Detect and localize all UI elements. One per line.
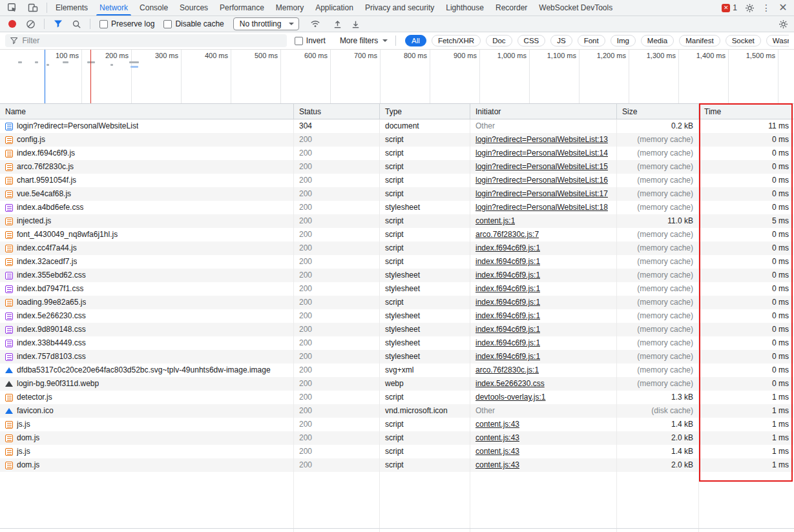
filter-pill-css[interactable]: CSS <box>517 35 546 46</box>
request-row[interactable]: index.757d8103.css 200 stylesheet index.… <box>0 350 794 363</box>
more-options-kebab-icon[interactable]: ⋮ <box>759 1 773 15</box>
initiator-link[interactable]: devtools-overlay.js:1 <box>475 391 546 404</box>
initiator-link[interactable]: content.js:43 <box>475 445 519 458</box>
filter-pill-all[interactable]: All <box>405 35 426 46</box>
request-row[interactable]: chart.9591054f.js 200 script login?redir… <box>0 174 794 187</box>
request-row[interactable]: dfdba5317c0c20ce20e64fac803d52bc.svg~tpl… <box>0 363 794 377</box>
column-header-name[interactable]: Name <box>0 104 294 119</box>
column-header-status[interactable]: Status <box>294 104 380 119</box>
more-filters-button[interactable]: More filters <box>340 36 388 45</box>
tab-memory[interactable]: Memory <box>270 0 309 15</box>
tab-performance[interactable]: Performance <box>214 0 270 15</box>
export-har-icon[interactable] <box>348 17 362 31</box>
clear-network-log-button[interactable] <box>23 17 37 31</box>
initiator-link[interactable]: content.js:43 <box>475 418 519 431</box>
initiator-link[interactable]: content.js:43 <box>475 458 519 472</box>
filter-pill-img[interactable]: Img <box>611 35 636 46</box>
initiator-link[interactable]: arco.76f2830c.js:7 <box>475 228 539 241</box>
initiator-link[interactable]: index.f694c6f9.js:1 <box>475 282 540 296</box>
record-network-log-button[interactable] <box>5 17 19 31</box>
initiator-link[interactable]: index.5e266230.css <box>475 377 545 391</box>
column-header-initiator[interactable]: Initiator <box>470 104 617 119</box>
tab-lighthouse[interactable]: Lighthouse <box>440 0 490 15</box>
column-header-size[interactable]: Size <box>617 104 699 119</box>
initiator-link[interactable]: login?redirect=PersonalWebsiteList:17 <box>475 187 608 201</box>
request-row[interactable]: config.js 200 script login?redirect=Pers… <box>0 133 794 147</box>
tab-sources[interactable]: Sources <box>174 0 214 15</box>
filter-pill-media[interactable]: Media <box>641 35 674 46</box>
tab-network[interactable]: Network <box>94 0 134 15</box>
initiator-link[interactable]: index.f694c6f9.js:1 <box>475 241 540 255</box>
network-overview[interactable]: 100 ms200 ms300 ms400 ms500 ms600 ms700 … <box>0 50 794 104</box>
request-row[interactable]: js.js 200 script content.js:43 1.4 kB 1 … <box>0 418 794 431</box>
initiator-link[interactable]: login?redirect=PersonalWebsiteList:14 <box>475 147 608 160</box>
initiator-link[interactable]: index.f694c6f9.js:1 <box>475 323 540 336</box>
initiator-link[interactable]: login?redirect=PersonalWebsiteList:15 <box>475 160 608 174</box>
network-settings-gear-icon[interactable] <box>776 17 790 31</box>
request-row[interactable]: favicon.ico 200 vnd.microsoft.icon Other… <box>0 404 794 418</box>
initiator-link[interactable]: index.f694c6f9.js:1 <box>475 309 540 323</box>
initiator-link[interactable]: index.f694c6f9.js:1 <box>475 336 540 350</box>
request-row[interactable]: detector.js 200 script devtools-overlay.… <box>0 391 794 404</box>
initiator-link[interactable]: login?redirect=PersonalWebsiteList:18 <box>475 201 608 214</box>
initiator-link[interactable]: login?redirect=PersonalWebsiteList:16 <box>475 174 608 187</box>
throttling-select[interactable]: No throttling <box>233 17 300 30</box>
filter-input[interactable] <box>22 36 281 45</box>
request-row[interactable]: font_4430049_nq8wfa6j1hl.js 200 script a… <box>0 228 794 241</box>
initiator-link[interactable]: index.f694c6f9.js:1 <box>475 296 540 309</box>
request-row[interactable]: login-bg.9e0f311d.webp 200 webp index.5e… <box>0 377 794 391</box>
tab-elements[interactable]: Elements <box>50 0 94 15</box>
tab-privacy-and-security[interactable]: Privacy and security <box>359 0 440 15</box>
filter-pill-doc[interactable]: Doc <box>486 35 512 46</box>
filter-pill-fetch-xhr[interactable]: Fetch/XHR <box>432 35 481 46</box>
settings-gear-icon[interactable] <box>742 1 757 15</box>
filter-pill-font[interactable]: Font <box>578 35 605 46</box>
disable-cache-checkbox[interactable]: Disable cache <box>163 19 224 28</box>
network-conditions-icon[interactable] <box>308 17 322 31</box>
filter-pill-js[interactable]: JS <box>550 35 572 46</box>
initiator-link[interactable]: content.js:1 <box>475 214 515 228</box>
tab-application[interactable]: Application <box>309 0 359 15</box>
search-icon[interactable] <box>69 17 83 31</box>
initiator-link[interactable]: content.js:43 <box>475 431 519 445</box>
request-row[interactable]: dom.js 200 script content.js:43 2.0 kB 1… <box>0 431 794 445</box>
initiator-link[interactable]: login?redirect=PersonalWebsiteList:13 <box>475 133 608 147</box>
column-header-type[interactable]: Type <box>380 104 470 119</box>
request-row[interactable]: index.bd7947f1.css 200 stylesheet index.… <box>0 282 794 296</box>
filter-pill-wasm[interactable]: Wasm <box>766 35 789 46</box>
tab-websocket-devtools[interactable]: WebSocket DevTools <box>533 0 618 15</box>
column-header-time[interactable]: Time <box>699 104 794 119</box>
console-error-counter[interactable]: ✕ 1 <box>719 3 740 12</box>
inspect-element-icon[interactable] <box>5 1 19 15</box>
filter-pill-socket[interactable]: Socket <box>726 35 761 46</box>
request-row[interactable]: loading.99e82a65.js 200 script index.f69… <box>0 296 794 309</box>
initiator-link[interactable]: arco.76f2830c.js:1 <box>475 363 539 377</box>
invert-checkbox[interactable]: Invert <box>295 36 326 45</box>
tab-console[interactable]: Console <box>134 0 174 15</box>
request-row[interactable]: login?redirect=PersonalWebsiteList 304 d… <box>0 119 794 133</box>
filter-pill-manifest[interactable]: Manifest <box>679 35 720 46</box>
request-row[interactable]: injected.js 200 script content.js:1 11.0… <box>0 214 794 228</box>
request-row[interactable]: dom.js 200 script content.js:43 2.0 kB 1… <box>0 458 794 472</box>
request-row[interactable]: index.5e266230.css 200 stylesheet index.… <box>0 309 794 323</box>
initiator-link[interactable]: index.f694c6f9.js:1 <box>475 269 540 282</box>
import-har-icon[interactable] <box>330 17 344 31</box>
tab-recorder[interactable]: Recorder <box>490 0 533 15</box>
request-row[interactable]: js.js 200 script content.js:43 1.4 kB 1 … <box>0 445 794 458</box>
request-row[interactable]: index.f694c6f9.js 200 script login?redir… <box>0 147 794 160</box>
filter-toggle-icon[interactable] <box>51 17 65 31</box>
request-row[interactable]: index.cc4f7a44.js 200 script index.f694c… <box>0 241 794 255</box>
request-row[interactable]: index.338b4449.css 200 stylesheet index.… <box>0 336 794 350</box>
initiator-link[interactable]: index.f694c6f9.js:1 <box>475 255 540 269</box>
request-row[interactable]: arco.76f2830c.js 200 script login?redire… <box>0 160 794 174</box>
close-devtools-icon[interactable]: ✕ <box>776 1 790 15</box>
request-row[interactable]: index.a4bd6efe.css 200 stylesheet login?… <box>0 201 794 214</box>
initiator-link[interactable]: index.f694c6f9.js:1 <box>475 350 540 363</box>
preserve-log-checkbox[interactable]: Preserve log <box>99 19 154 28</box>
filter-input-box[interactable] <box>5 34 287 47</box>
request-row[interactable]: index.355ebd62.css 200 stylesheet index.… <box>0 269 794 282</box>
device-toolbar-icon[interactable] <box>26 1 40 15</box>
request-row[interactable]: index.9d890148.css 200 stylesheet index.… <box>0 323 794 336</box>
request-row[interactable]: vue.5e4caf68.js 200 script login?redirec… <box>0 187 794 201</box>
request-row[interactable]: index.32acedf7.js 200 script index.f694c… <box>0 255 794 269</box>
